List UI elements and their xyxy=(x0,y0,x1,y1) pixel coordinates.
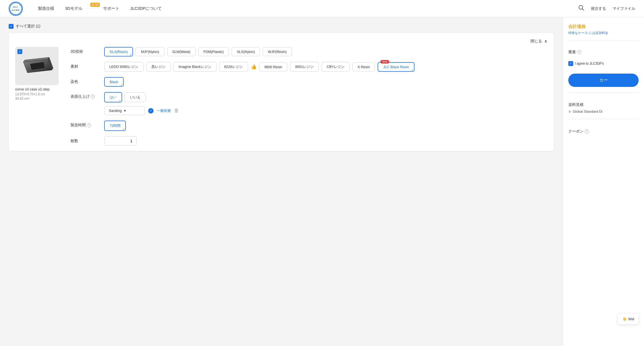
nav-item-3dmodel[interactable]: 3Dモデル $7.00 xyxy=(65,6,92,11)
coupon-label-text: クーポン xyxy=(568,129,584,134)
color-label: 染色 xyxy=(71,77,98,84)
close-arrow-icon[interactable]: ∧ xyxy=(544,39,547,44)
cart-button[interactable]: カー xyxy=(568,74,639,87)
material-option-xresin[interactable]: X Resin xyxy=(352,62,375,71)
svg-text:J@LC: J@LC xyxy=(12,6,18,8)
tech-row: 3D技術 SLA(Resin) MJF(Nylon) SLM(Metal) FD… xyxy=(71,47,547,56)
tech-option-wjp[interactable]: WJP(Resin) xyxy=(263,47,292,56)
product-thumbnail: corne v3 case v2.step 13.975×9.75×1.8 cm… xyxy=(15,47,64,146)
weight-label: 重量 ? xyxy=(568,50,639,55)
tech-option-slm[interactable]: SLM(Metal) xyxy=(167,47,196,56)
production-time-label: 製造時間 ? xyxy=(71,121,98,128)
nav-item-seizo[interactable]: 製造仕様 xyxy=(38,6,54,11)
shipping-option-row[interactable]: ∨ Global Standard Di xyxy=(568,109,639,114)
coupon-section: クーポン ? xyxy=(568,129,639,134)
material-option-8228[interactable]: 8228レジン xyxy=(219,62,248,72)
quantity-input-wrap: 1 ▲ ▼ xyxy=(104,136,137,146)
welcome-toast: 👋 Wel xyxy=(618,314,639,324)
nav-badge-price: $7.00 xyxy=(90,3,100,7)
product-3d-model xyxy=(18,52,56,80)
production-time-help-icon[interactable]: ? xyxy=(87,123,91,127)
shipping-section: 送料見積 ∨ Global Standard Di xyxy=(568,102,639,114)
chevron-down-icon: ▾ xyxy=(124,109,126,113)
special-case-link[interactable]: 特殊なケース には追加料金 xyxy=(568,31,608,35)
material-option-8001[interactable]: 8001レジン xyxy=(290,62,319,72)
nav-3dmodel-label: 3Dモデル xyxy=(65,6,82,11)
surface-config: はい いいえ Sanding ▾ ✓ 一般研磨 🗑 xyxy=(104,92,179,115)
surface-row: 表面仕上げ ? はい いいえ Sanding ▾ xyxy=(71,92,547,115)
agree-checkbox[interactable] xyxy=(568,61,573,66)
sanding-check-icon: ✓ xyxy=(148,108,154,114)
new-badge: New xyxy=(380,60,389,64)
weight-label-text: 重量 xyxy=(568,50,576,55)
quantity-input[interactable]: 1 xyxy=(104,137,137,145)
product-checkbox[interactable] xyxy=(17,49,22,54)
sanding-label: 一般研磨 xyxy=(157,108,171,113)
thumbs-up-icon: 👍 xyxy=(251,64,257,70)
material-option-jlcblack[interactable]: New JLC Black Resin xyxy=(378,62,414,72)
card-body: corne v3 case v2.step 13.975×9.75×1.8 cm… xyxy=(15,47,547,146)
material-label: 素材 xyxy=(71,62,98,69)
production-time-72h[interactable]: 72時間 xyxy=(104,121,126,131)
production-time-row: 製造時間 ? 72時間 xyxy=(71,121,547,131)
main-header: J@LC JLC3DP 製造仕様 3Dモデル $7.00 サポート JLC3DP… xyxy=(0,0,644,17)
tech-label: 3D技術 xyxy=(71,47,98,54)
nav-item-about[interactable]: JLC3DPについて xyxy=(130,6,162,11)
surface-option-no[interactable]: いいえ xyxy=(125,92,146,102)
surface-label-text: 表面仕上げ xyxy=(71,94,90,99)
welcome-text: Wel xyxy=(628,317,634,321)
color-row: 染色 Black xyxy=(71,77,547,87)
card-close-row: 閉じる ∧ xyxy=(15,39,547,44)
surface-help-icon[interactable]: ? xyxy=(91,95,95,99)
order-button[interactable]: 発注する xyxy=(591,6,606,11)
divider-2 xyxy=(568,92,639,93)
sidebar: 合計価格 特殊なケース には追加料金 重量 ? I agree to JLC3D… xyxy=(563,17,644,346)
select-all-checkbox[interactable] xyxy=(9,24,14,29)
sanding-select-value: Sanding xyxy=(109,109,122,113)
svg-line-4 xyxy=(582,9,584,11)
material-option-ledo[interactable]: LEDO 6060レジン xyxy=(104,62,144,72)
total-price-title: 合計価格 xyxy=(568,24,639,30)
nav-item-support[interactable]: サポート xyxy=(103,6,119,11)
material-option-kuro[interactable]: 黒レジン xyxy=(146,62,171,72)
tech-option-sla[interactable]: SLA(Resin) xyxy=(104,47,133,56)
special-case-note: 特殊なケース には追加料金 xyxy=(568,31,639,35)
main-nav: 製造仕様 3Dモデル $7.00 サポート JLC3DPについて xyxy=(38,6,578,11)
surface-options: はい いいえ xyxy=(104,92,179,102)
weight-help-icon[interactable]: ? xyxy=(577,50,581,54)
logo[interactable]: J@LC JLC3DP xyxy=(9,2,25,16)
material-options: LEDO 6060レジン 黒レジン Imagine Blackレジン 8228レ… xyxy=(104,62,415,72)
surface-option-yes[interactable]: はい xyxy=(104,92,122,102)
quantity-row: 枚数 1 ▲ ▼ xyxy=(71,136,547,146)
tech-option-sls[interactable]: SLS(Nylon) xyxy=(232,47,260,56)
quantity-label: 枚数 xyxy=(71,136,98,143)
divider-1 xyxy=(568,41,639,41)
myfiles-button[interactable]: マイファイル xyxy=(613,6,635,11)
config-area: 3D技術 SLA(Resin) MJF(Nylon) SLM(Metal) FD… xyxy=(71,47,547,146)
wave-emoji: 👋 xyxy=(622,317,627,321)
agree-row: I agree to JLC3DP's xyxy=(568,61,639,66)
color-options: Black xyxy=(104,77,124,87)
chevron-down-shipping-icon: ∨ xyxy=(568,109,571,114)
sanding-row: Sanding ▾ ✓ 一般研磨 🗑 xyxy=(104,106,179,115)
surface-label: 表面仕上げ ? xyxy=(71,92,98,99)
product-dimensions: 13.975×9.75×1.8 cm xyxy=(15,92,45,96)
material-option-9600[interactable]: 9600 Resin xyxy=(259,62,288,71)
tech-option-mjf[interactable]: MJF(Nylon) xyxy=(136,47,164,56)
logo-icon: J@LC JLC3DP xyxy=(9,2,23,16)
delete-sanding-icon[interactable]: 🗑 xyxy=(174,108,179,114)
color-option-black[interactable]: Black xyxy=(104,77,124,87)
page-layout: すべて選択 (1) 閉じる ∧ xyxy=(0,17,644,346)
material-option-imagine[interactable]: Imagine Blackレジン xyxy=(173,62,216,72)
select-all-label: すべて選択 (1) xyxy=(16,24,40,29)
jlcblack-label: JLC Black Resin xyxy=(383,65,409,69)
sanding-select[interactable]: Sanding ▾ xyxy=(104,106,145,115)
tech-options: SLA(Resin) MJF(Nylon) SLM(Metal) FDM(Pla… xyxy=(104,47,292,56)
svg-text:JLC3DP: JLC3DP xyxy=(11,9,20,11)
search-icon[interactable] xyxy=(578,5,584,12)
tech-option-fdm[interactable]: FDM(Plastic) xyxy=(198,47,229,56)
material-option-cby[interactable]: CBYレジン xyxy=(321,62,350,72)
product-volume: 34.42 cm³ xyxy=(15,97,30,100)
product-image xyxy=(15,47,59,85)
coupon-help-icon[interactable]: ? xyxy=(585,129,589,134)
